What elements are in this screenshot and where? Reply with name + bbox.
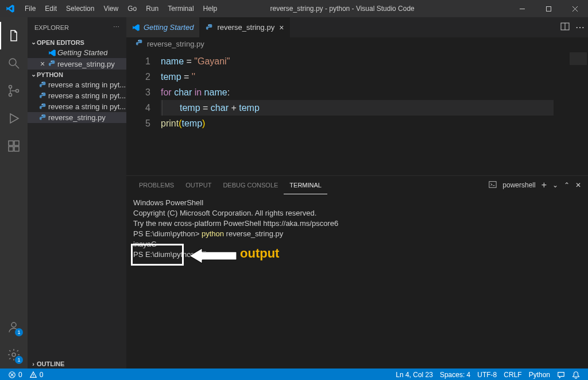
window-title: reverse_string.py - python - Visual Stud…: [222, 5, 509, 13]
status-language[interactable]: Python: [525, 371, 554, 379]
terminal-shell-label[interactable]: powershell: [502, 181, 535, 189]
terminal-new-icon[interactable]: +: [541, 180, 547, 190]
svg-point-4: [16, 90, 19, 93]
file-item[interactable]: reverse a string in pyt...: [28, 101, 126, 112]
svg-point-13: [42, 93, 42, 94]
menu-terminal[interactable]: Terminal: [163, 0, 198, 17]
vscode-file-icon: [47, 49, 57, 57]
menu-run[interactable]: Run: [141, 0, 163, 17]
file-item[interactable]: reverse a string in pyt...: [28, 79, 126, 90]
menu-go[interactable]: Go: [123, 0, 141, 17]
editor-tab[interactable]: Getting Started: [126, 17, 200, 37]
menu-file[interactable]: File: [20, 0, 40, 17]
status-spaces[interactable]: Spaces: 4: [436, 371, 474, 379]
activity-debug[interactable]: [0, 105, 28, 132]
svg-point-10: [12, 353, 16, 356]
code-line[interactable]: temp = char + temp: [161, 100, 588, 116]
svg-point-2: [9, 86, 12, 89]
more-icon[interactable]: ⋯: [575, 22, 585, 33]
status-cursor[interactable]: Ln 4, Col 23: [392, 371, 436, 379]
window-maximize-button[interactable]: [535, 0, 562, 17]
open-editor-item[interactable]: Getting Started: [28, 47, 126, 58]
menu-view[interactable]: View: [99, 0, 123, 17]
svg-point-3: [9, 94, 12, 97]
status-bar: 0 0 Ln 4, Col 23 Spaces: 4 UTF-8 CRLF Py…: [0, 369, 588, 380]
sidebar-more-icon[interactable]: ⋯: [113, 24, 119, 31]
terminal-line: Try the new cross-platform PowerShell ht…: [133, 218, 581, 229]
panel-tab-bar: PROBLEMSOUTPUTDEBUG CONSOLETERMINAL powe…: [126, 176, 588, 194]
code-line[interactable]: temp = '': [161, 69, 588, 85]
svg-point-14: [42, 104, 42, 105]
section-outline[interactable]: › OUTLINE: [28, 359, 126, 369]
menu-selection[interactable]: Selection: [61, 0, 99, 17]
activity-account[interactable]: 1: [0, 313, 28, 341]
panel-tab-terminal[interactable]: TERMINAL: [284, 176, 327, 194]
svg-point-15: [42, 115, 42, 116]
panel-tab-debug-console[interactable]: DEBUG CONSOLE: [217, 176, 284, 194]
svg-point-18: [138, 40, 139, 41]
status-errors[interactable]: 0: [5, 371, 26, 379]
svg-rect-0: [546, 6, 551, 11]
status-warnings[interactable]: 0: [26, 371, 47, 379]
svg-point-1: [9, 59, 16, 66]
terminal-shell-icon[interactable]: [489, 181, 497, 190]
panel-tab-output[interactable]: OUTPUT: [180, 176, 217, 194]
split-editor-icon[interactable]: [560, 22, 570, 33]
terminal-content[interactable]: Windows PowerShellCopyright (C) Microsof…: [126, 194, 588, 369]
section-workspace[interactable]: ⌄ PYTHON: [28, 70, 126, 79]
open-editor-item[interactable]: ×reverse_string.py: [28, 58, 126, 70]
title-bar: File Edit Selection View Go Run Terminal…: [0, 0, 588, 17]
editor-area: Getting Startedreverse_string.py× ⋯ reve…: [126, 17, 588, 369]
activity-bar: 1 1: [0, 17, 28, 369]
breadcrumb[interactable]: reverse_string.py: [126, 37, 588, 50]
svg-point-12: [42, 82, 42, 83]
menu-edit[interactable]: Edit: [40, 0, 61, 17]
chevron-right-icon: ›: [30, 360, 37, 367]
annotation-label: output: [240, 246, 279, 261]
status-feedback-icon[interactable]: [554, 371, 568, 379]
code-line[interactable]: name = "Gayani": [161, 53, 588, 69]
editor-tab-bar: Getting Startedreverse_string.py× ⋯: [126, 17, 588, 37]
close-icon[interactable]: ×: [38, 59, 47, 68]
minimap[interactable]: [554, 50, 588, 175]
sidebar-explorer: EXPLORER ⋯ ⌄ OPEN EDITORS Getting Starte…: [28, 17, 126, 369]
panel: PROBLEMSOUTPUTDEBUG CONSOLETERMINAL powe…: [126, 175, 588, 369]
vscode-logo-icon: [0, 4, 20, 13]
window-close-button[interactable]: [562, 0, 588, 17]
svg-rect-8: [14, 147, 19, 151]
file-item[interactable]: reverse_string.py: [28, 112, 126, 123]
activity-scm[interactable]: [0, 77, 28, 105]
code-line[interactable]: for char in name:: [161, 85, 588, 100]
status-eol[interactable]: CRLF: [500, 371, 525, 379]
panel-tab-problems[interactable]: PROBLEMS: [133, 176, 180, 194]
terminal-split-dropdown-icon[interactable]: ⌄: [552, 181, 558, 189]
python-file-icon: [38, 81, 48, 89]
annotation-arrow-icon: [187, 247, 239, 264]
activity-extensions[interactable]: [0, 132, 28, 160]
svg-point-9: [11, 323, 16, 327]
file-item[interactable]: reverse a string in pyt...: [28, 90, 126, 101]
settings-badge: 1: [15, 356, 23, 364]
panel-close-icon[interactable]: ✕: [575, 181, 581, 189]
python-file-icon: [38, 114, 48, 122]
python-file-icon: [47, 60, 57, 68]
editor-tab[interactable]: reverse_string.py×: [200, 17, 290, 37]
activity-settings[interactable]: 1: [0, 341, 28, 369]
python-file-icon: [136, 39, 144, 49]
section-open-editors[interactable]: ⌄ OPEN EDITORS: [28, 37, 126, 47]
status-notifications-icon[interactable]: [568, 371, 583, 379]
line-number-gutter: 12345: [126, 50, 161, 175]
code-line[interactable]: print(temp): [161, 116, 588, 131]
code-editor[interactable]: 12345 name = "Gayani"temp = ''for char i…: [126, 50, 588, 175]
svg-point-16: [208, 25, 209, 25]
menu-help[interactable]: Help: [199, 0, 222, 17]
close-icon[interactable]: ×: [279, 23, 284, 32]
activity-search[interactable]: [0, 49, 28, 77]
activity-explorer[interactable]: [0, 22, 28, 49]
window-minimize-button[interactable]: [509, 0, 535, 17]
python-file-icon: [38, 103, 48, 111]
vscode-file-icon: [132, 24, 140, 32]
terminal-line: Windows PowerShell: [133, 198, 581, 208]
panel-maximize-icon[interactable]: ⌃: [564, 181, 570, 189]
status-encoding[interactable]: UTF-8: [474, 371, 500, 379]
